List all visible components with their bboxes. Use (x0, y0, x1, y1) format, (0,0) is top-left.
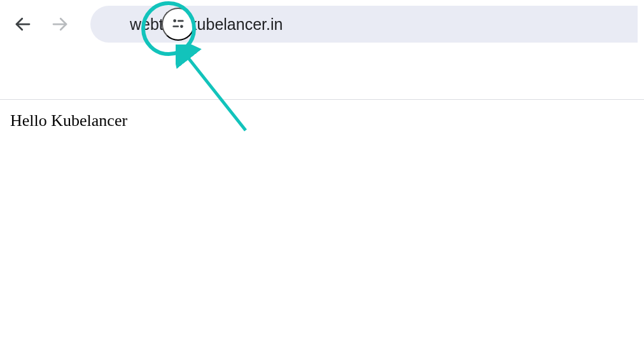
page-content: Hello Kubelancer (0, 100, 644, 142)
page-body-text: Hello Kubelancer (10, 111, 127, 130)
back-button[interactable] (6, 8, 39, 41)
tune-icon (170, 15, 186, 34)
arrow-left-icon (13, 15, 32, 34)
browser-toolbar: webtest.kubelancer.in (0, 0, 644, 48)
svg-rect-4 (172, 25, 179, 27)
url-text: webtest.kubelancer.in (130, 15, 283, 34)
svg-point-2 (173, 19, 176, 22)
site-info-button[interactable] (162, 8, 195, 41)
forward-button[interactable] (43, 8, 76, 41)
svg-point-5 (180, 25, 183, 28)
arrow-right-icon (50, 15, 69, 34)
svg-rect-3 (178, 20, 184, 22)
